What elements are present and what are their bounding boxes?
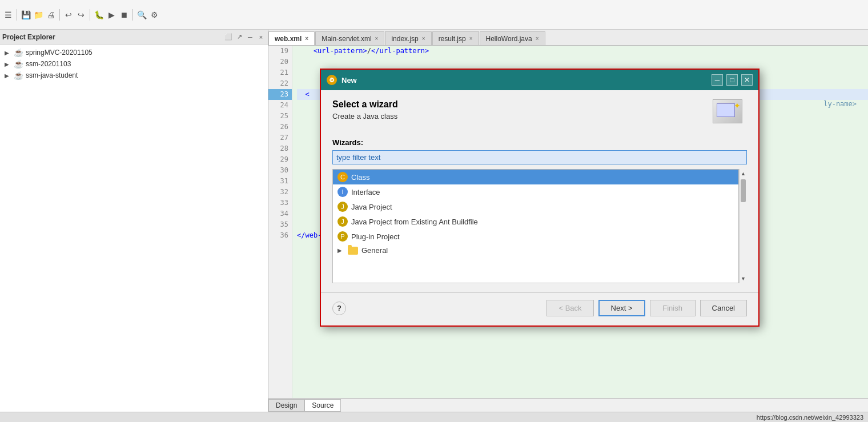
wizard-item-java-project-ant-label: Java Project from Existing Ant Buildfile xyxy=(351,218,478,226)
wizard-illustration xyxy=(713,99,742,123)
plugin-project-icon: P xyxy=(337,231,348,242)
new-wizard-dialog: ⚙ New ─ □ ✕ Select a wizard Create a Jav… xyxy=(320,69,760,327)
list-scrollbar: ▲ ▼ xyxy=(739,169,747,283)
wizards-section-label: Wizards: xyxy=(332,138,747,147)
interface-icon: I xyxy=(337,187,348,197)
dialog-body: Select a wizard Create a Java class Wiza… xyxy=(321,90,758,292)
dialog-close-button[interactable]: ✕ xyxy=(741,74,753,86)
java-project-ant-icon: J xyxy=(337,216,348,227)
footer-buttons: < Back Next > Finish Cancel xyxy=(546,300,747,316)
wizard-list: C Class I Interface J Java Project xyxy=(332,169,739,283)
wizard-list-wrapper: C Class I Interface J Java Project xyxy=(332,169,747,283)
dialog-header-text: Select a wizard Create a Java class xyxy=(332,99,398,120)
dialog-wizard-icon: ⚙ xyxy=(327,75,337,85)
class-icon: C xyxy=(337,172,348,182)
dialog-footer: ? < Back Next > Finish Cancel xyxy=(321,292,758,325)
wizard-item-java-project-ant[interactable]: J Java Project from Existing Ant Buildfi… xyxy=(333,214,738,229)
dialog-title-left: ⚙ New xyxy=(327,75,357,85)
general-folder-icon xyxy=(348,247,358,255)
back-button[interactable]: < Back xyxy=(546,300,593,316)
cancel-button[interactable]: Cancel xyxy=(700,300,747,316)
help-button[interactable]: ? xyxy=(332,302,346,315)
wizard-folder-general[interactable]: ▶ General xyxy=(333,244,738,257)
wizard-item-plugin-label: Plug-in Project xyxy=(351,232,400,241)
dialog-wizard-image xyxy=(713,99,747,129)
next-button[interactable]: Next > xyxy=(598,300,645,316)
dialog-overlay: ⚙ New ─ □ ✕ Select a wizard Create a Jav… xyxy=(0,0,868,422)
dialog-title-label: New xyxy=(341,76,357,85)
dialog-header-section: Select a wizard Create a Java class xyxy=(332,99,747,129)
dialog-main-title: Select a wizard xyxy=(332,99,398,110)
dialog-window-controls: ─ □ ✕ xyxy=(712,74,753,86)
wizard-item-interface[interactable]: I Interface xyxy=(333,184,738,199)
wizard-item-interface-label: Interface xyxy=(351,188,380,196)
wizard-item-plugin-project[interactable]: P Plug-in Project xyxy=(333,229,738,244)
scroll-up-arrow[interactable]: ▲ xyxy=(740,169,747,178)
dialog-titlebar: ⚙ New ─ □ ✕ xyxy=(321,70,758,90)
dialog-minimize-button[interactable]: ─ xyxy=(712,74,723,86)
scroll-track xyxy=(740,178,747,274)
wizard-folder-general-label: General xyxy=(361,246,388,255)
wizard-item-java-project-label: Java Project xyxy=(351,203,392,211)
wizard-item-class[interactable]: C Class xyxy=(333,170,738,184)
finish-button[interactable]: Finish xyxy=(650,300,696,316)
dialog-maximize-button[interactable]: □ xyxy=(726,74,738,86)
wizard-item-class-label: Class xyxy=(351,173,370,182)
folder-expand-arrow: ▶ xyxy=(337,247,344,254)
wizard-item-java-project[interactable]: J Java Project xyxy=(333,199,738,214)
java-project-icon: J xyxy=(337,202,348,212)
scroll-thumb xyxy=(741,179,746,202)
scroll-down-arrow[interactable]: ▼ xyxy=(740,274,747,283)
dialog-subtitle: Create a Java class xyxy=(332,112,398,120)
footer-left: ? xyxy=(332,302,346,315)
filter-input[interactable] xyxy=(332,150,747,164)
